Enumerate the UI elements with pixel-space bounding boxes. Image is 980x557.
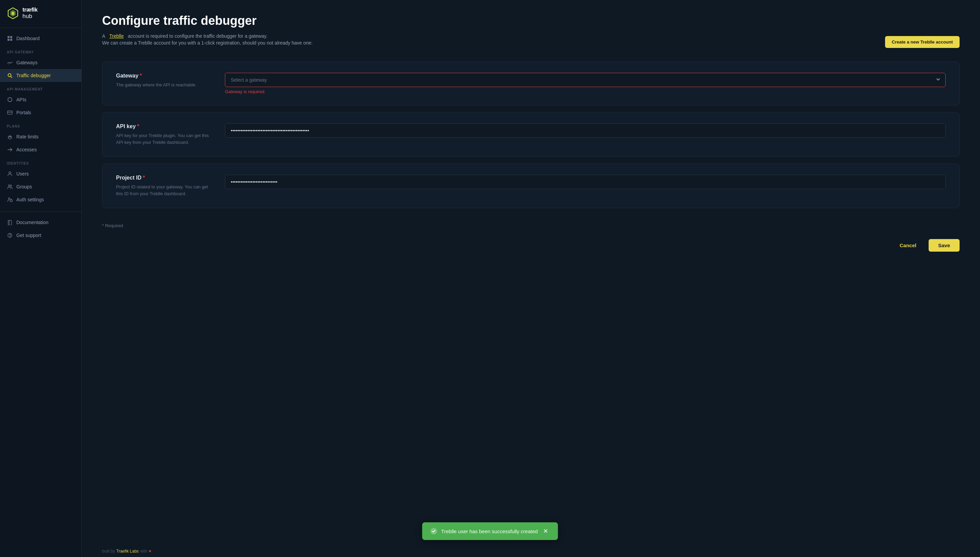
sidebar-item-gateways[interactable]: Gateways bbox=[0, 56, 81, 69]
sidebar-item-label: Get support bbox=[16, 233, 75, 238]
svg-rect-5 bbox=[8, 39, 10, 41]
toast-message: Treblle user has been successfully creat… bbox=[441, 528, 538, 534]
sidebar-section-api-gateway: API GATEWAY bbox=[0, 45, 81, 56]
project-id-required-star: * bbox=[143, 175, 145, 181]
sidebar-item-rate-limits[interactable]: Rate limits bbox=[0, 130, 81, 143]
sidebar-item-label: Rate limits bbox=[16, 134, 75, 139]
project-id-input-col bbox=[225, 175, 946, 189]
svg-point-9 bbox=[8, 98, 12, 102]
svg-rect-10 bbox=[8, 111, 12, 114]
sidebar-item-traffic-debugger[interactable]: Traffic debugger bbox=[0, 69, 81, 82]
api-key-input-col bbox=[225, 124, 946, 138]
project-id-section: Project ID * Project ID related to your … bbox=[102, 164, 960, 208]
api-key-section: API key * API key for your Treblle plugi… bbox=[102, 112, 960, 157]
gateway-label-col: Gateway * The gateway where the API is r… bbox=[116, 73, 211, 88]
sidebar-item-dashboard[interactable]: Dashboard bbox=[0, 32, 81, 45]
sidebar-item-label: Dashboard bbox=[16, 36, 75, 41]
main-content: Configure traffic debugger A Treblle acc… bbox=[82, 0, 980, 557]
footer-link[interactable]: Traefik Labs bbox=[116, 549, 139, 554]
arrow-right-icon bbox=[7, 147, 13, 153]
svg-point-16 bbox=[8, 185, 10, 187]
svg-line-8 bbox=[11, 77, 12, 78]
api-key-row: API key * API key for your Treblle plugi… bbox=[116, 124, 946, 145]
required-note: * Required bbox=[102, 223, 960, 228]
toast-notification: Treblle user has been successfully creat… bbox=[422, 522, 558, 540]
svg-rect-4 bbox=[10, 36, 12, 38]
project-id-row: Project ID * Project ID related to your … bbox=[116, 175, 946, 197]
signal-icon bbox=[7, 60, 13, 66]
subtitle-line2: We can create a Treblle account for you … bbox=[102, 40, 878, 46]
sidebar-section-api-management: API MANAGEMENT bbox=[0, 82, 81, 93]
svg-rect-6 bbox=[10, 39, 12, 41]
book-icon bbox=[7, 219, 13, 225]
api-key-label: API key * bbox=[116, 124, 211, 130]
svg-point-18 bbox=[8, 198, 10, 200]
sidebar: træfik hub Dashboard API GATEWAY Gateway… bbox=[0, 0, 82, 557]
subtitle-line1: A Treblle account is required to configu… bbox=[102, 33, 878, 39]
toast-close-button[interactable]: ✕ bbox=[542, 528, 550, 534]
sidebar-item-users[interactable]: Users bbox=[0, 167, 81, 180]
gateway-section: Gateway * The gateway where the API is r… bbox=[102, 62, 960, 106]
save-button[interactable]: Save bbox=[929, 239, 960, 252]
gauge-icon bbox=[7, 134, 13, 140]
footer: built by Traefik Labs with ♥ bbox=[82, 546, 980, 557]
subtitle-row: A Treblle account is required to configu… bbox=[102, 33, 960, 48]
project-id-description: Project ID related to your gateway. You … bbox=[116, 184, 211, 197]
project-id-input[interactable] bbox=[225, 175, 946, 189]
logo: træfik hub bbox=[0, 0, 81, 28]
project-id-label: Project ID * bbox=[116, 175, 211, 181]
sidebar-item-label: Portals bbox=[16, 110, 75, 115]
group-icon bbox=[7, 184, 13, 190]
auth-icon bbox=[7, 197, 13, 203]
gateway-input-col: Select a gateway Gateway is required. bbox=[225, 73, 946, 94]
form-actions: Cancel Save bbox=[102, 239, 960, 252]
gateway-description: The gateway where the API is reachable. bbox=[116, 81, 211, 88]
svg-rect-19 bbox=[10, 200, 12, 202]
sidebar-item-auth-settings[interactable]: Auth settings bbox=[0, 193, 81, 206]
gateway-label: Gateway * bbox=[116, 73, 211, 79]
sidebar-item-accesses[interactable]: Accesses bbox=[0, 143, 81, 156]
gateway-required-star: * bbox=[140, 73, 142, 79]
api-key-required-star: * bbox=[137, 124, 139, 130]
page-title: Configure traffic debugger bbox=[102, 14, 960, 28]
svg-rect-3 bbox=[8, 36, 10, 38]
toast-check-icon bbox=[430, 528, 437, 534]
dashboard-icon bbox=[7, 35, 13, 41]
api-key-input[interactable] bbox=[225, 124, 946, 138]
project-id-label-col: Project ID * Project ID related to your … bbox=[116, 175, 211, 197]
sidebar-section-plans: PLANS bbox=[0, 119, 81, 130]
sidebar-item-get-support[interactable]: Get support bbox=[0, 229, 81, 242]
sidebar-item-label: Accesses bbox=[16, 147, 75, 152]
circle-icon bbox=[7, 96, 13, 103]
gateway-row: Gateway * The gateway where the API is r… bbox=[116, 73, 946, 94]
support-icon bbox=[7, 232, 13, 238]
sidebar-item-apis[interactable]: APIs bbox=[0, 93, 81, 106]
logo-text: træfik hub bbox=[23, 7, 38, 20]
search-icon bbox=[7, 72, 13, 78]
heart-icon: ♥ bbox=[149, 549, 151, 554]
svg-point-17 bbox=[10, 185, 11, 186]
sidebar-item-groups[interactable]: Groups bbox=[0, 180, 81, 193]
user-icon bbox=[7, 171, 13, 177]
sidebar-item-label: Documentation bbox=[16, 220, 75, 225]
gateway-select[interactable]: Select a gateway bbox=[225, 73, 946, 87]
gateway-select-wrapper: Select a gateway bbox=[225, 73, 946, 87]
sidebar-section-identities: IDENTITIES bbox=[0, 156, 81, 167]
treblle-link[interactable]: Treblle bbox=[109, 33, 124, 39]
sidebar-item-label: APIs bbox=[16, 97, 75, 103]
sidebar-item-label: Gateways bbox=[16, 60, 75, 65]
subtitle-texts: A Treblle account is required to configu… bbox=[102, 33, 878, 47]
sidebar-item-label: Groups bbox=[16, 184, 75, 189]
sidebar-item-portals[interactable]: Portals bbox=[0, 106, 81, 119]
cancel-button[interactable]: Cancel bbox=[893, 239, 923, 252]
api-key-description: API key for your Treblle plugin. You can… bbox=[116, 132, 211, 145]
api-key-label-col: API key * API key for your Treblle plugi… bbox=[116, 124, 211, 145]
card-icon bbox=[7, 109, 13, 116]
sidebar-item-label: Auth settings bbox=[16, 197, 75, 202]
sidebar-item-label: Users bbox=[16, 171, 75, 176]
create-account-button[interactable]: Create a new Treblle account bbox=[885, 36, 960, 48]
svg-point-15 bbox=[9, 172, 11, 174]
sidebar-item-label: Traffic debugger bbox=[16, 73, 75, 78]
sidebar-item-documentation[interactable]: Documentation bbox=[0, 216, 81, 229]
gateway-error: Gateway is required. bbox=[225, 89, 946, 94]
